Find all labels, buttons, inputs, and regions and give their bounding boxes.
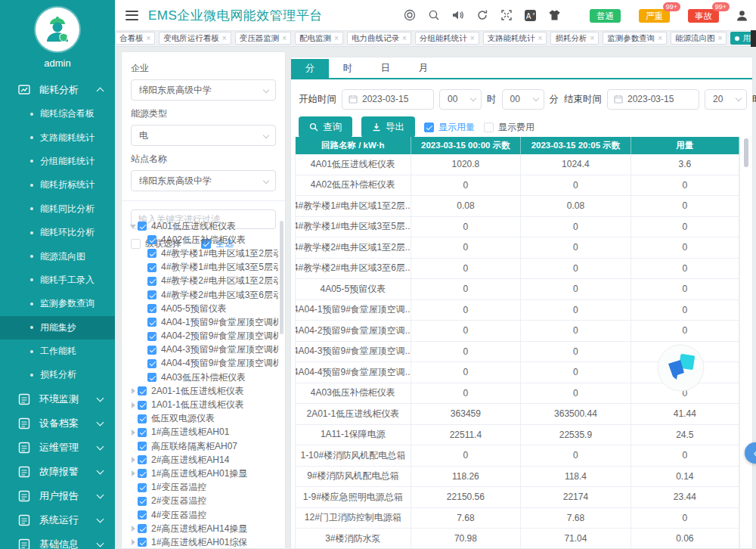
tree-node-checkbox[interactable] [147,277,156,286]
tree-node-checkbox[interactable] [138,442,147,451]
station-select[interactable]: 绵阳东辰高级中学 [131,170,276,191]
tree-node-checkbox[interactable] [147,304,156,313]
tree-node[interactable]: 4A05-5预留仪表 [125,302,278,315]
tree-node[interactable]: 低压双电源仪表 [125,412,278,426]
sidebar-group-4[interactable]: 用户报告 [0,484,115,508]
tree-node[interactable]: 1#高压进线柜AH01操显 [125,467,278,480]
period-tab-2[interactable]: 日 [367,59,404,78]
tree-node-checkbox[interactable] [138,455,147,464]
table-scrollbar[interactable] [744,138,748,167]
close-icon[interactable]: × [538,35,543,42]
tree-node[interactable]: 4#变压器温控 [125,508,278,522]
tab-7[interactable]: 损耗分析× [550,32,599,45]
tree-node-checkbox[interactable] [138,414,147,423]
dashboard-icon[interactable] [403,9,416,22]
tab-5[interactable]: 分组能耗统计× [415,32,479,45]
sidebar-item[interactable]: 损耗分析 [0,363,115,386]
close-icon[interactable]: × [470,35,475,42]
sidebar-group-1[interactable]: 设备档案 [0,411,115,436]
close-icon[interactable]: × [222,35,227,42]
volume-icon[interactable] [451,9,464,22]
sidebar-item[interactable]: 用能集抄 [0,316,115,340]
tree-node-checkbox[interactable] [147,263,156,272]
tree-node[interactable]: 4A04-4预留9#食堂屋顶空调机组仪表 [125,357,278,371]
tree-node[interactable]: 2#变压器温控 [125,495,278,508]
table-row[interactable]: 1A11-1保障电源22511.422535.924.5 [296,425,739,446]
tab-9[interactable]: 能源流向图× [671,32,727,45]
tab-4[interactable]: 电力曲线记录× [347,32,411,45]
end-hour-select[interactable]: 20 [705,89,747,110]
close-icon[interactable]: × [282,35,287,42]
caret-down-icon[interactable] [129,225,138,228]
caret-right-icon[interactable] [129,457,138,463]
search-button[interactable]: 查询 [299,116,352,138]
tree-node[interactable]: 4#教学楼1#电井区域3至5层动力仪表 [125,261,278,274]
energy-type-select[interactable]: 电 [131,125,276,146]
table-row[interactable]: 4A05-5预留仪表000 [296,279,739,300]
sidebar-item[interactable]: 能耗折标统计 [0,173,115,197]
table-row[interactable]: 4#教学楼1#电井区域1至2层...0.080.080 [296,196,739,217]
caret-right-icon[interactable] [129,388,138,394]
sidebar-item[interactable]: 能耗环比分析 [0,221,115,244]
tree-node[interactable]: 4A02低压补偿柜仪表 [125,233,278,247]
sidebar-item[interactable]: 能耗同比分析 [0,197,115,221]
tab-8[interactable]: 监测参数查询× [603,32,667,45]
table-row[interactable]: 2A01-1低压进线柜仪表363459363500.4441.44 [296,404,739,425]
sidebar-item[interactable]: 能耗综合看板 [0,102,115,126]
sidebar-group-5[interactable]: 系统运行 [0,508,115,532]
export-button[interactable]: 导出 [361,116,415,138]
end-date-input[interactable]: 2023-03-15 [607,89,699,110]
tree-node-checkbox[interactable] [147,249,156,258]
refresh-icon[interactable] [476,9,488,22]
tree-node-checkbox[interactable] [147,290,156,299]
start-minute-select[interactable]: 00 [502,89,544,110]
show-cost-checkbox-group[interactable]: 显示费用 [484,121,534,134]
tree-node[interactable]: 4A04-2预留9#食堂屋顶空调机组仪表 [125,330,278,343]
close-icon[interactable]: × [402,35,407,42]
sidebar-item[interactable]: 工作能耗 [0,340,115,363]
caret-right-icon[interactable] [129,539,138,545]
caret-right-icon[interactable] [129,526,138,532]
user-icon[interactable] [736,9,748,22]
period-tab-0[interactable]: 分 [291,59,329,78]
theme-icon[interactable] [548,9,561,22]
tree-node[interactable]: 4#教学楼2#电井区域1至2层动力仪表 [125,274,278,288]
tree-node-checkbox[interactable] [138,469,147,478]
avatar[interactable] [36,8,79,51]
tree-node[interactable]: 4#教学楼2#电井区域3至6层动力仪表 [125,288,278,302]
tree-node[interactable]: 4A04-1预留9#食堂屋顶空调机组仪表 [125,315,278,329]
show-cost-checkbox[interactable] [484,123,494,132]
period-tab-1[interactable]: 时 [329,59,367,78]
start-hour-select[interactable]: 00 [439,89,482,110]
tree-node-checkbox[interactable] [138,428,147,437]
tree-node[interactable]: 2A01-1低压进线柜仪表 [125,384,278,398]
close-icon[interactable]: × [658,35,662,42]
table-row[interactable]: 1-10#楼消防风机配电总箱000 [296,445,739,467]
tree-node[interactable]: 4A04-3预留9#食堂屋顶空调机组仪表 [125,343,278,357]
sidebar-group-2[interactable]: 运维管理 [0,436,115,460]
tab-6[interactable]: 支路能耗统计× [483,32,547,45]
tree-node[interactable]: 2#高压进线柜AH14 [125,453,278,467]
tab-1[interactable]: 变电所运行看板× [159,32,231,45]
tab-2[interactable]: 变压器监测× [235,32,291,45]
tree-node-checkbox[interactable] [138,483,147,492]
table-row[interactable]: 4A04-1预留9#食堂屋顶空调...000 [296,300,739,321]
caret-right-icon[interactable] [129,402,138,408]
sidebar-group-0[interactable]: 环境监测 [0,387,115,411]
tab-overflow-strip[interactable] [751,30,756,47]
tree-node-checkbox[interactable] [147,332,156,341]
tree-node-checkbox[interactable] [147,318,156,327]
sidebar-item[interactable]: 支路能耗统计 [0,126,115,149]
table-row[interactable]: 3#楼消防水泵70.9871.040.06 [296,529,739,548]
fullscreen-icon[interactable] [500,9,513,22]
sidebar-group-6[interactable]: 基础信息 [0,532,115,549]
caret-right-icon[interactable] [129,470,138,476]
tab-3[interactable]: 配电监测× [295,32,343,45]
tree-node-checkbox[interactable] [138,386,147,395]
tree-node-checkbox[interactable] [138,497,147,506]
show-usage-checkbox-group[interactable]: 显示用量 [424,121,475,134]
close-icon[interactable]: × [718,35,723,42]
tree-node[interactable]: 1#变压器温控 [125,481,278,495]
period-tab-3[interactable]: 月 [404,59,442,78]
tree-node-checkbox[interactable] [138,538,147,547]
